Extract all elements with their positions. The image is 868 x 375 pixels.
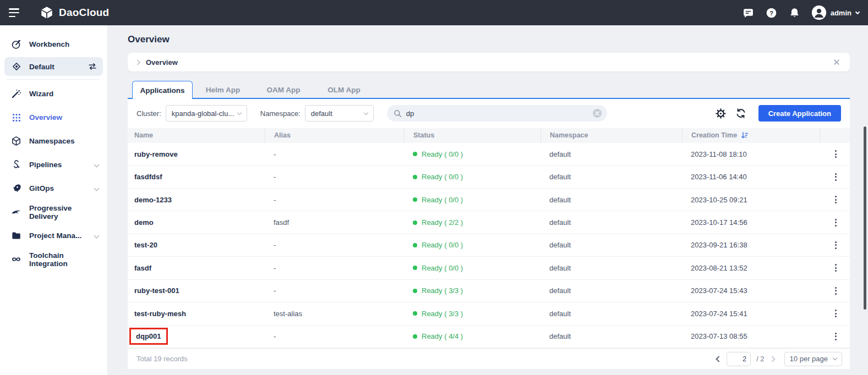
settings-gear-icon[interactable] — [716, 108, 727, 119]
sidebar-item-wizard[interactable]: Wizard — [0, 82, 107, 106]
cluster-select[interactable]: kpanda-global-clu... — [166, 105, 247, 122]
app-name[interactable]: fasdfdsf — [128, 173, 265, 181]
table-row: demo fasdf Ready ( 2/2 ) default 2023-10… — [128, 211, 850, 234]
create-application-button[interactable]: Create Application — [758, 105, 841, 122]
sidebar-item-toolchain-integration[interactable]: Toolchain Integration — [0, 247, 107, 271]
table-row: fasdfdsf - Ready ( 0/0 ) default 2023-11… — [128, 166, 850, 188]
row-actions-kebab-icon[interactable] — [826, 264, 850, 272]
app-alias: - — [265, 264, 404, 272]
app-created: 2023-11-06 14:40 — [682, 173, 820, 181]
app-alias: - — [265, 173, 404, 181]
status-dot — [413, 266, 417, 270]
app-alias: test-alias — [265, 310, 404, 318]
app-status: Ready ( 0/0 ) — [404, 173, 541, 181]
app-name[interactable]: demo-1233 — [128, 196, 265, 204]
row-actions-kebab-icon[interactable] — [826, 333, 850, 340]
sort-descending-icon[interactable] — [741, 131, 749, 139]
previous-page-icon[interactable] — [716, 356, 722, 362]
app-alias: - — [265, 286, 404, 295]
brand-logo[interactable]: DaoCloud — [40, 5, 109, 20]
row-actions-kebab-icon[interactable] — [826, 219, 850, 227]
pagination: / 2 10 per page — [717, 352, 842, 366]
row-actions-kebab-icon[interactable] — [826, 173, 850, 181]
table-row: ruby-remove - Ready ( 0/0 ) default 2023… — [128, 143, 850, 166]
app-namespace: default — [541, 264, 682, 272]
clear-search-icon[interactable] — [593, 109, 602, 118]
applications-panel: Cluster: kpanda-global-clu... Namespace:… — [128, 99, 850, 369]
infinity-icon — [11, 254, 21, 264]
app-name[interactable]: test-20 — [128, 241, 265, 249]
sidebar-item-default-workspace[interactable]: Default — [4, 57, 103, 76]
sidebar: Workbench Default Wizard Overview Namesp… — [0, 25, 108, 375]
sidebar-item-progressive-delivery[interactable]: Progressive Delivery — [0, 200, 107, 224]
column-header-status[interactable]: Status — [404, 128, 541, 143]
sidebar-item-project-management[interactable]: Project Mana... — [0, 224, 107, 247]
search-input[interactable] — [406, 109, 588, 118]
tab-applications[interactable]: Applications — [132, 81, 193, 99]
workspace-icon — [11, 62, 21, 72]
app-created: 2023-07-13 08:55 — [682, 332, 820, 340]
refresh-icon[interactable] — [735, 108, 746, 119]
row-actions-kebab-icon[interactable] — [826, 287, 850, 295]
user-menu[interactable]: admin — [812, 5, 859, 20]
notifications-bell-icon[interactable] — [789, 7, 801, 19]
tab-olm-app[interactable]: OLM App — [314, 81, 374, 99]
sidebar-item-overview[interactable]: Overview — [0, 106, 107, 129]
sidebar-item-gitops[interactable]: GitOps — [0, 177, 107, 200]
column-header-name[interactable]: Name — [128, 128, 265, 143]
page-number-input[interactable] — [727, 352, 751, 366]
cube-icon — [11, 136, 21, 146]
app-alias: fasdf — [265, 218, 404, 227]
page-title: Overview — [128, 34, 868, 45]
sidebar-item-label: Default — [29, 63, 79, 71]
hamburger-menu-icon[interactable] — [9, 8, 20, 17]
sidebar-item-namespaces[interactable]: Namespaces — [0, 129, 107, 153]
namespace-label: Namespace: — [260, 109, 301, 118]
row-actions-kebab-icon[interactable] — [826, 241, 850, 249]
tab-helm-app[interactable]: Helm App — [193, 81, 253, 99]
app-namespace: default — [541, 241, 682, 249]
row-actions-kebab-icon[interactable] — [826, 150, 850, 158]
sidebar-item-workbench[interactable]: Workbench — [0, 33, 107, 55]
per-page-select[interactable]: 10 per page — [784, 352, 842, 366]
app-name[interactable]: fasdf — [128, 264, 265, 272]
message-icon[interactable] — [743, 7, 755, 19]
sidebar-item-label: Namespaces — [29, 137, 75, 145]
vertical-scrollbar[interactable] — [864, 126, 866, 310]
chevron-down-icon — [94, 186, 100, 191]
app-alias: - — [265, 196, 404, 204]
app-namespace: default — [541, 332, 682, 340]
app-name[interactable]: test-ruby-mesh — [128, 310, 265, 318]
table-row: dqp001 - Ready ( 4/4 ) default 2023-07-1… — [128, 326, 850, 348]
tab-oam-app[interactable]: OAM App — [253, 81, 314, 99]
status-dot — [413, 197, 417, 202]
sidebar-item-label: Toolchain Integration — [29, 251, 99, 268]
sidebar-item-pipelines[interactable]: Pipelines — [0, 153, 107, 177]
status-dot — [413, 311, 417, 316]
namespace-select[interactable]: default — [305, 105, 374, 122]
row-actions-kebab-icon[interactable] — [826, 196, 850, 203]
column-header-alias[interactable]: Alias — [265, 128, 404, 143]
table-row: test-20 - Ready ( 0/0 ) default 2023-09-… — [128, 234, 850, 257]
app-name[interactable]: dqp001 — [128, 332, 265, 340]
top-bar: DaoCloud ? admin — [0, 0, 868, 25]
app-name[interactable]: ruby-test-001 — [128, 286, 265, 295]
app-name[interactable]: demo — [128, 218, 265, 227]
close-icon[interactable] — [831, 57, 842, 68]
chevron-down-icon — [94, 162, 100, 168]
breadcrumb-item[interactable]: Overview — [146, 58, 178, 67]
table-row: demo-1233 - Ready ( 0/0 ) default 2023-1… — [128, 189, 850, 211]
daocloud-logo-icon — [40, 5, 54, 20]
sidebar-item-label: Pipelines — [29, 161, 62, 169]
brand-name: DaoCloud — [59, 7, 109, 19]
column-header-namespace[interactable]: Namespace — [541, 128, 682, 143]
row-actions-kebab-icon[interactable] — [826, 310, 850, 317]
main-content: Overview Overview Applications Helm App … — [108, 25, 868, 375]
next-page-icon[interactable] — [769, 356, 775, 362]
app-name[interactable]: ruby-remove — [128, 150, 265, 158]
help-icon[interactable]: ? — [766, 7, 778, 19]
switch-workspace-icon[interactable] — [87, 62, 97, 72]
table-row: fasdf - Ready ( 0/0 ) default 2023-08-21… — [128, 257, 850, 279]
column-header-creation-time[interactable]: Creation Time — [682, 128, 820, 143]
app-status: Ready ( 3/3 ) — [404, 310, 541, 318]
